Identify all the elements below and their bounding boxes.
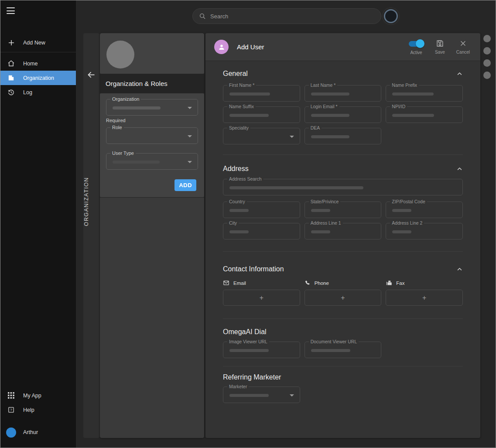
country-field[interactable]: Country xyxy=(223,202,300,218)
skeleton-value xyxy=(311,92,349,96)
add-button[interactable]: ADD xyxy=(174,179,196,191)
sidebar-item-label: Log xyxy=(23,89,32,96)
help-icon: ? xyxy=(7,406,15,414)
active-toggle-group: Active xyxy=(409,39,424,55)
org-avatar-placeholder xyxy=(106,41,134,68)
search-input[interactable] xyxy=(210,13,375,20)
sidebar: Add New Home Organization Log xyxy=(0,0,76,448)
collapse-chevron-up-icon[interactable] xyxy=(456,166,463,172)
add-email-button[interactable]: + xyxy=(223,290,300,306)
section-divider xyxy=(223,251,463,252)
phone-icon xyxy=(304,280,311,286)
strip-label: ORGANIZATION xyxy=(83,177,99,226)
section-title-omegaai-dial: OmegaAI Dial xyxy=(223,328,267,336)
org-roles-form: Organization Required Role User Type ADD xyxy=(100,93,204,197)
section-divider xyxy=(223,154,463,155)
address-search-field[interactable]: Address Search xyxy=(223,179,463,195)
required-helper-text: Required xyxy=(106,118,198,123)
user-type-select[interactable]: User Type xyxy=(106,153,198,170)
user-name: Arthur xyxy=(23,429,38,435)
collapse-chevron-up-icon[interactable] xyxy=(456,71,463,77)
fax-icon xyxy=(386,280,392,286)
skeleton-value xyxy=(113,161,160,164)
skeleton-value xyxy=(229,92,270,96)
toggle-thumb xyxy=(416,39,424,48)
login-email-field[interactable]: Login Email * xyxy=(304,106,382,123)
skeleton-value xyxy=(311,230,330,233)
npi-id-field[interactable]: NPI/ID xyxy=(386,106,463,123)
address-line-1-field[interactable]: Address Line 1 xyxy=(304,223,382,239)
add-user-panel: Add User Active Save xyxy=(205,33,480,438)
skeleton-dot xyxy=(483,47,491,55)
save-button[interactable]: Save xyxy=(435,39,445,55)
right-skeleton-dots xyxy=(483,35,491,79)
phone-group-label: Phone xyxy=(304,280,382,286)
dea-field[interactable]: DEA xyxy=(304,128,382,144)
sidebar-item-help[interactable]: ? Help xyxy=(0,403,76,417)
add-user-form: General First Name * Last Name * Name Pr… xyxy=(205,70,480,403)
chevron-down-icon xyxy=(290,394,294,397)
page-title: Add User xyxy=(237,43,264,51)
sidebar-item-organization[interactable]: Organization xyxy=(0,71,76,85)
city-field[interactable]: City xyxy=(223,223,300,239)
first-name-field[interactable]: First Name * xyxy=(223,85,300,102)
skeleton-value xyxy=(392,230,411,233)
sidebar-item-label: Add New xyxy=(23,40,45,46)
loading-ring-icon[interactable] xyxy=(384,9,398,23)
organization-select[interactable]: Organization xyxy=(106,99,198,116)
role-select[interactable]: Role xyxy=(106,127,198,144)
field-label: First Name * xyxy=(227,82,256,88)
cancel-button[interactable]: Cancel xyxy=(456,39,470,55)
add-phone-button[interactable]: + xyxy=(304,290,382,306)
section-title-general: General xyxy=(223,70,248,78)
search-bar[interactable] xyxy=(192,8,381,24)
field-label: Address Line 1 xyxy=(309,220,343,226)
arrow-left-icon[interactable] xyxy=(87,70,96,79)
speciality-select[interactable]: Speciality xyxy=(223,128,300,144)
image-viewer-url-field[interactable]: Image Viewer URL xyxy=(223,342,300,358)
app-window: Add New Home Organization Log xyxy=(0,0,496,448)
home-icon xyxy=(7,60,15,67)
save-label: Save xyxy=(435,50,445,55)
sidebar-item-log[interactable]: Log xyxy=(0,85,76,99)
sidebar-item-home[interactable]: Home xyxy=(0,56,76,71)
active-toggle[interactable] xyxy=(409,39,424,48)
active-label: Active xyxy=(410,50,422,55)
apps-grid-icon xyxy=(7,392,15,399)
collapse-chevron-up-icon[interactable] xyxy=(456,266,463,273)
skeleton-value xyxy=(392,114,434,117)
cancel-label: Cancel xyxy=(456,50,470,55)
document-viewer-url-field[interactable]: Document Viewer URL xyxy=(304,342,382,358)
sidebar-item-my-app[interactable]: My App xyxy=(0,388,76,403)
field-label: State/Privince xyxy=(309,199,341,205)
address-line-2-field[interactable]: Address Line 2 xyxy=(386,223,463,239)
add-fax-button[interactable]: + xyxy=(386,290,463,306)
section-divider xyxy=(223,318,463,319)
skeleton-value xyxy=(311,349,350,352)
skeleton-value xyxy=(229,209,249,212)
marketer-select[interactable]: Marketer xyxy=(223,386,300,403)
field-label: Name Suffix xyxy=(227,104,256,109)
save-icon xyxy=(435,39,444,48)
sidebar-item-label: Help xyxy=(23,407,34,413)
state-province-field[interactable]: State/Privince xyxy=(304,202,382,218)
chevron-down-icon xyxy=(188,135,192,137)
sidebar-item-add-new[interactable]: Add New xyxy=(0,35,76,50)
field-label: Country xyxy=(227,199,247,205)
zip-postal-code-field[interactable]: ZIP/Postal Code xyxy=(386,202,463,218)
skeleton-value xyxy=(311,114,349,117)
plus-icon xyxy=(7,39,15,46)
name-suffix-field[interactable]: Name Suffix xyxy=(223,106,300,123)
sidebar-item-label: Home xyxy=(23,61,38,67)
hamburger-icon[interactable] xyxy=(7,7,15,14)
field-label: Organization xyxy=(110,96,141,102)
section-title-address: Address xyxy=(223,165,249,173)
last-name-field[interactable]: Last Name * xyxy=(304,85,382,102)
sidebar-user[interactable]: Arthur xyxy=(0,423,76,441)
fax-group-label: Fax xyxy=(386,280,463,286)
plus-icon: + xyxy=(341,294,345,302)
skeleton-value xyxy=(229,394,269,397)
name-prefix-field[interactable]: Name Prefix xyxy=(386,85,463,102)
field-label: ZIP/Postal Code xyxy=(390,199,427,205)
organization-collapse-strip: ORGANIZATION xyxy=(83,33,99,438)
